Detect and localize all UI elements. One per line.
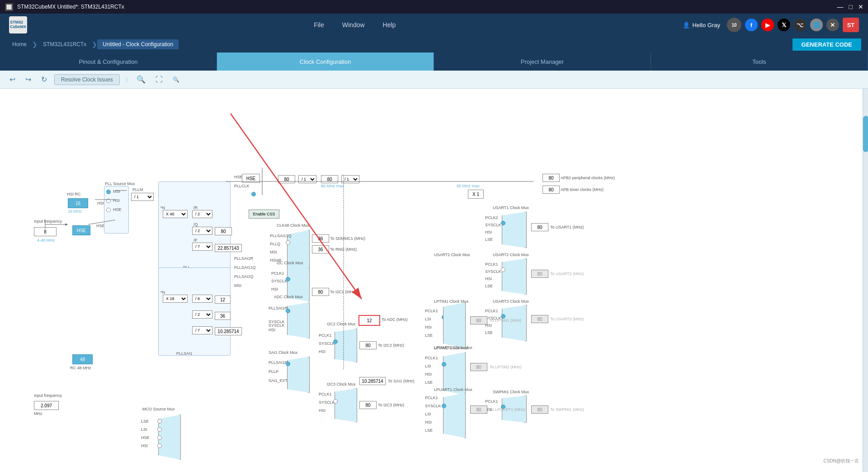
- xn-select[interactable]: X 40: [163, 210, 188, 218]
- msi-radio[interactable]: [106, 190, 111, 194]
- div6-select[interactable]: / 6: [192, 295, 212, 303]
- divq-select[interactable]: / 2: [192, 227, 212, 235]
- pclk1-i2c3-label: PCLK1: [319, 392, 332, 396]
- undo-button[interactable]: ↩: [7, 74, 18, 85]
- hsi-adc-label: HSI: [269, 328, 275, 332]
- usart2-radio[interactable]: [501, 267, 505, 272]
- pclk1-u3-label: PCLK1: [485, 309, 498, 313]
- val80-1-box: 80: [278, 175, 295, 183]
- hsi-radio[interactable]: [106, 199, 111, 203]
- to-sai1-label: To SAI1 (MHz): [388, 379, 415, 383]
- divp-select[interactable]: / 7: [192, 243, 212, 251]
- breadcrumb-home[interactable]: Home: [7, 39, 32, 49]
- breadcrumb-sep-1: ❯: [32, 41, 38, 48]
- pclk1-i2c2-label: PCLK1: [319, 333, 332, 338]
- scrollbar-thumb[interactable]: [863, 116, 868, 152]
- menu-file[interactable]: File: [314, 21, 324, 29]
- facebook-icon[interactable]: f: [745, 19, 758, 31]
- redo-button[interactable]: ↪: [23, 74, 34, 85]
- div1-select[interactable]: / 1: [298, 175, 316, 183]
- lpuart1-mux-label: LPUART1 Clock Mux: [434, 345, 472, 350]
- zoom-out-button[interactable]: 🔍: [170, 75, 182, 84]
- toolbar: ↩ ↪ ↻ Resolve Clock Issues | 🔍 ⛶ 🔍: [0, 71, 868, 89]
- divr-select[interactable]: / 2: [192, 210, 212, 218]
- hsi-i2c-label: HSI: [271, 287, 278, 291]
- i2c2-radio[interactable]: [333, 339, 338, 344]
- menu-help[interactable]: Help: [383, 21, 396, 29]
- hse-box: HSE: [72, 225, 90, 235]
- mco-radio-hse[interactable]: [157, 435, 162, 440]
- pllsai1r-adc-label: PLLSAI1R: [269, 306, 288, 310]
- network-icon[interactable]: ✕: [826, 19, 839, 31]
- divr-label: /R: [193, 205, 198, 210]
- divr2-select[interactable]: / 2: [192, 310, 212, 319]
- tab-tools[interactable]: Tools: [651, 52, 868, 71]
- close-button[interactable]: ✕: [858, 3, 863, 10]
- mco-radio-lse[interactable]: [157, 419, 162, 424]
- youtube-icon[interactable]: ▶: [761, 19, 774, 31]
- mco-radio-hsi[interactable]: [157, 443, 162, 448]
- div1-2-select[interactable]: / 1: [341, 175, 359, 183]
- web-icon[interactable]: 🌐: [810, 19, 823, 31]
- sai1q-36-box: 36: [215, 312, 231, 320]
- input-freq2-val[interactable]: 2.097: [34, 401, 59, 410]
- adc-mux: [287, 302, 310, 339]
- hsi-u1-label: HSI: [485, 230, 492, 234]
- resolve-clock-issues-button[interactable]: Resolve Clock Issues: [54, 74, 120, 85]
- menu-window[interactable]: Window: [342, 21, 365, 29]
- lpuart1-val-box: 80: [470, 405, 487, 414]
- pclk1-lpu-label: PCLK1: [425, 396, 438, 400]
- clock-diagram-area[interactable]: 16 HSI RC 16 MHz HSI Input frequency 8 4…: [0, 89, 863, 472]
- pclk1-i2c-label: PCLK1: [271, 271, 284, 276]
- to-adc-label: To ADC (MHz): [382, 317, 408, 322]
- pllm-select[interactable]: / 1: [131, 193, 154, 201]
- xn2-select[interactable]: X 18: [163, 295, 188, 303]
- vertical-scrollbar[interactable]: [863, 89, 868, 472]
- apb1-max-label: 80 MHz max: [321, 184, 344, 188]
- refresh-button[interactable]: ↻: [38, 74, 50, 85]
- divp2-select[interactable]: / 7: [192, 326, 212, 334]
- usart3-mux-label: USART3 Clock Mux: [493, 299, 529, 304]
- pllclk-radio[interactable]: [251, 192, 256, 196]
- breadcrumb-device[interactable]: STM32L431RCTx: [38, 39, 92, 49]
- i2c-radio[interactable]: [286, 277, 290, 281]
- breadcrumb-current[interactable]: Untitled - Clock Configuration: [97, 39, 179, 49]
- tab-clock[interactable]: Clock Configuration: [217, 52, 434, 71]
- fit-screen-button[interactable]: ⛶: [153, 74, 165, 85]
- maximize-button[interactable]: □: [849, 3, 853, 10]
- pclk1-lp1-label: PCLK1: [425, 309, 438, 313]
- pllsai1q-mux-label: PLLSAI11Q: [270, 234, 292, 238]
- twitter-icon[interactable]: 𝕏: [778, 19, 790, 31]
- github-icon[interactable]: ⌥: [794, 19, 807, 31]
- hsi-lpu-label: HSI: [425, 420, 432, 424]
- usart2-mux: [502, 258, 527, 295]
- st-icon[interactable]: ST: [843, 18, 859, 32]
- hse-mux-label: HSE: [113, 207, 122, 212]
- user-info: 👤 Hello Gray: [683, 22, 720, 29]
- user-icon: 👤: [683, 22, 690, 29]
- input-freq-value[interactable]: 8: [34, 227, 57, 236]
- usart3-mux: [502, 305, 527, 341]
- adc-radio[interactable]: [286, 309, 290, 313]
- minimize-button[interactable]: —: [837, 3, 844, 10]
- enable-css-button[interactable]: Enable CSS: [249, 210, 279, 219]
- sysclk-i2c-label: SYSCLK: [271, 279, 288, 283]
- menu-bar: STM32CubeMX File Window Help 👤 Hello Gra…: [0, 14, 868, 36]
- tab-project[interactable]: Project Manager: [434, 52, 651, 71]
- adc-val-box[interactable]: 12: [359, 315, 380, 326]
- zoom-in-button[interactable]: 🔍: [134, 74, 148, 85]
- i2c3-radio[interactable]: [333, 399, 338, 404]
- lpuart1-radio[interactable]: [442, 404, 446, 408]
- usart2-val-box: 80: [531, 270, 548, 278]
- usart1-radio[interactable]: [501, 221, 505, 225]
- generate-code-button[interactable]: GENERATE CODE: [793, 38, 861, 51]
- lptim2-radio[interactable]: [442, 362, 446, 367]
- lsi-lp1-label: LSI: [425, 317, 431, 321]
- rc48-label: RC 48 MHz: [70, 366, 91, 370]
- mco-radio-lsi[interactable]: [157, 427, 162, 432]
- hse-radio[interactable]: [106, 208, 111, 212]
- tab-pinout[interactable]: Pinout & Configuration: [0, 52, 217, 71]
- sai1-radio[interactable]: [286, 362, 290, 366]
- clk48-radio[interactable]: [286, 240, 290, 245]
- lse-lp1-label: LSE: [425, 333, 433, 338]
